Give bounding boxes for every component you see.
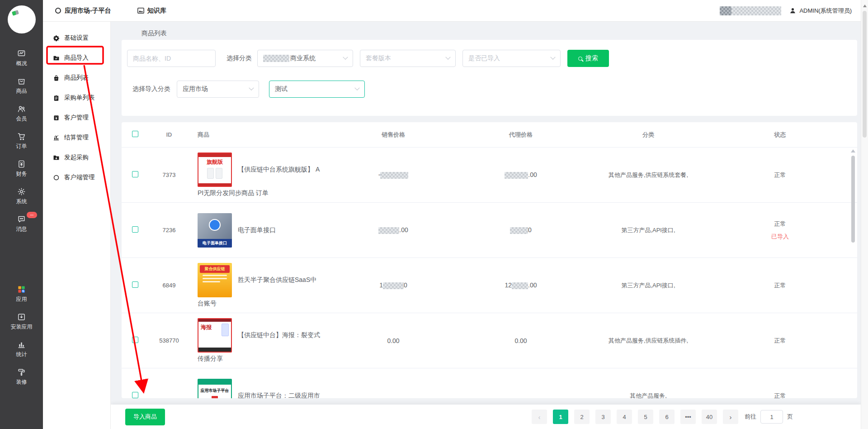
primary-sidebar: 概况商品会员订单财务系统消息...应用安装应用统计装修 bbox=[0, 0, 43, 429]
column-header: 分类 bbox=[594, 131, 703, 139]
more-pages-button[interactable]: ••• bbox=[680, 410, 696, 424]
keyword-input[interactable] bbox=[127, 50, 216, 67]
submenu-item-settlement-management[interactable]: 结算管理 bbox=[43, 128, 110, 148]
row-checkbox[interactable] bbox=[132, 226, 138, 233]
table-scrollbar[interactable] bbox=[851, 148, 855, 397]
scroll-up-arrow-icon[interactable] bbox=[851, 149, 855, 153]
sale-price: .00 bbox=[339, 226, 448, 234]
submenu-item-label: 客户端管理 bbox=[64, 173, 95, 181]
redacted-category-prefix bbox=[263, 55, 289, 62]
page-button-6[interactable]: 6 bbox=[659, 410, 675, 424]
goods-id: 7373 bbox=[149, 172, 189, 178]
sidebar-item-label: 财务 bbox=[16, 170, 27, 178]
page-unit-label: 页 bbox=[787, 413, 793, 421]
select-all-checkbox[interactable] bbox=[132, 131, 138, 137]
page-button-2[interactable]: 2 bbox=[574, 410, 590, 424]
row-checkbox[interactable] bbox=[132, 281, 138, 288]
submenu-item-initiate-purchase[interactable]: 发起采购 bbox=[43, 148, 110, 167]
status-text: 正常 bbox=[774, 220, 786, 227]
prev-page-button[interactable]: ‹ bbox=[532, 410, 547, 424]
redacted-price bbox=[512, 282, 528, 289]
table-body: 7373旗舰版【供应链中台系统旗舰版】 API无限分发同步商品 订单-.00其他… bbox=[122, 148, 857, 398]
submenu-item-basic-settings[interactable]: 基础设置 bbox=[43, 28, 110, 48]
redacted-account-info bbox=[720, 6, 781, 15]
sidebar-item-install-app[interactable]: 安装应用 bbox=[0, 313, 43, 331]
agency-price: 0.00 bbox=[448, 337, 594, 344]
page-tab-goods-list[interactable]: 商品列表 bbox=[142, 29, 167, 38]
page-button-4[interactable]: 4 bbox=[617, 410, 632, 424]
page-button-5[interactable]: 5 bbox=[638, 410, 653, 424]
goods-title-wrap: 传播分享 bbox=[198, 355, 339, 363]
goods-cell: 旗舰版【供应链中台系统旗舰版】 API无限分发同步商品 订单 bbox=[189, 153, 339, 197]
goods-category: 第三方产品,API接口, bbox=[594, 281, 703, 290]
sidebar-item-finance[interactable]: 财务 bbox=[0, 160, 43, 178]
page-button-3[interactable]: 3 bbox=[595, 410, 611, 424]
goods-title: 电子面单接口 bbox=[238, 226, 276, 234]
goto-page-input[interactable] bbox=[760, 410, 783, 424]
submenu-item-label: 商品导入 bbox=[64, 54, 89, 62]
page-scrollbar-thumb[interactable] bbox=[863, 11, 867, 138]
import-test-select[interactable]: 测试 bbox=[269, 81, 365, 98]
sidebar-item-label: 订单 bbox=[16, 143, 27, 150]
next-page-button[interactable]: › bbox=[723, 410, 738, 424]
avatar[interactable] bbox=[8, 5, 36, 33]
page-scrollbar[interactable] bbox=[861, 0, 868, 429]
sidebar-item-stats[interactable]: 统计 bbox=[0, 340, 43, 358]
admin-user-menu[interactable]: ADMIN(系统管理员) bbox=[789, 7, 852, 15]
sidebar-item-overview[interactable]: 概况 bbox=[0, 49, 43, 67]
chart-icon bbox=[53, 134, 60, 141]
row-checkbox[interactable] bbox=[132, 392, 138, 398]
submenu-item-goods-import[interactable]: 商品导入 bbox=[43, 48, 110, 68]
sidebar-item-goods[interactable]: 商品 bbox=[0, 77, 43, 95]
row-checkbox[interactable] bbox=[132, 171, 138, 177]
sidebar-item-message[interactable]: 消息... bbox=[0, 215, 43, 233]
apps-icon bbox=[17, 285, 26, 294]
sidebar-item-order[interactable]: 订单 bbox=[0, 132, 43, 150]
submenu-item-customer-management[interactable]: 客户管理 bbox=[43, 108, 110, 128]
scroll-up-arrow-icon[interactable] bbox=[863, 5, 867, 7]
table-scrollbar-thumb[interactable] bbox=[851, 156, 855, 243]
brand-tab[interactable]: 应用市场-子平台 bbox=[55, 7, 111, 15]
sidebar-item-system[interactable]: 系统 bbox=[0, 187, 43, 205]
sidebar-item-decorate[interactable]: 装修 bbox=[0, 368, 43, 386]
sidebar-item-label: 装修 bbox=[16, 378, 27, 386]
goods-title: 【供应链中台系统旗舰版】 A bbox=[238, 166, 320, 174]
page-button-1[interactable]: 1 bbox=[553, 410, 568, 424]
sidebar-item-label: 概况 bbox=[16, 60, 27, 67]
redacted-price bbox=[505, 172, 528, 179]
table-header-row: ID商品销售价格代理价格分类状态 bbox=[122, 122, 857, 148]
category-select[interactable]: 商业系统 bbox=[257, 50, 353, 67]
submenu-item-label: 基础设置 bbox=[64, 34, 89, 42]
imported-select[interactable]: 是否已导入 bbox=[462, 50, 561, 67]
gear-icon bbox=[53, 35, 60, 42]
submenu-item-label: 客户管理 bbox=[64, 114, 89, 122]
filter-card: 选择分类 商业系统 套餐版本 是否已导入 搜索 bbox=[122, 40, 857, 116]
submenu-item-goods-list[interactable]: 商品列表 bbox=[43, 68, 110, 88]
chevron-down-icon bbox=[343, 55, 348, 60]
sale-price: 0.00 bbox=[339, 337, 448, 344]
app-root: 应用市场-子平台 知识库 ADMIN(系统管理员) 概况商品会员订单财务系统消息… bbox=[0, 0, 868, 429]
page-button-40[interactable]: 40 bbox=[702, 410, 717, 424]
goto-page: 前往 页 bbox=[745, 410, 793, 424]
goods-category: 其他产品服务,供应链系统套餐, bbox=[594, 171, 703, 179]
sidebar-item-apps[interactable]: 应用 bbox=[0, 285, 43, 303]
product-image: 海报 bbox=[198, 318, 232, 353]
submenu-item-client-management[interactable]: 客户端管理 bbox=[43, 167, 110, 187]
package-version-select[interactable]: 套餐版本 bbox=[360, 50, 456, 67]
goods-cell: 聚合供应链胜天半子聚合供应链SaaS中台账号 bbox=[189, 263, 339, 308]
column-header: ID bbox=[149, 131, 189, 138]
avatar-logo bbox=[11, 10, 19, 16]
goods-title-wrap: PI无限分发同步商品 订单 bbox=[198, 189, 339, 197]
import-market-select[interactable]: 应用市场 bbox=[177, 81, 259, 98]
submenu-item-purchase-order-list[interactable]: 采购单列表 bbox=[43, 88, 110, 108]
row-checkbox[interactable] bbox=[132, 337, 138, 343]
import-goods-button[interactable]: 导入商品 bbox=[125, 409, 165, 425]
pagination: ‹123456•••40› bbox=[532, 410, 738, 424]
import-category-label: 选择导入分类 bbox=[132, 85, 170, 93]
knowledge-base-tab[interactable]: 知识库 bbox=[137, 7, 166, 15]
sidebar-item-member[interactable]: 会员 bbox=[0, 105, 43, 123]
knowledge-base-label: 知识库 bbox=[147, 7, 166, 15]
search-button[interactable]: 搜索 bbox=[567, 50, 609, 67]
product-image: 旗舰版 bbox=[198, 153, 232, 187]
sale-price: 10 bbox=[339, 281, 448, 289]
